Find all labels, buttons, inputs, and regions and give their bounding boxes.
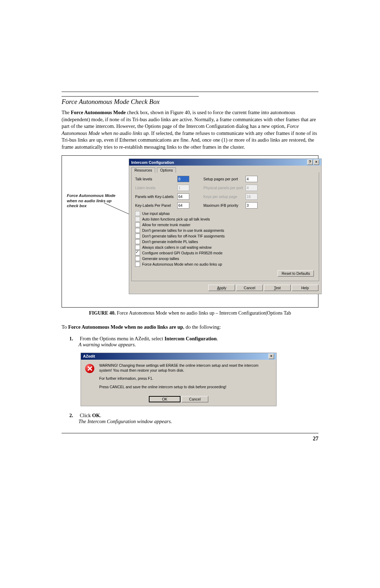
intro-paragraph: The Force Autonomous Mode check box, sho… (62, 109, 318, 150)
page-footer: 27 (62, 433, 318, 442)
listen-levels-field: 1 (177, 185, 189, 191)
cb-stack-callers[interactable] (135, 245, 140, 250)
lbl-panels-key: Panels with Key-Labels (135, 194, 177, 199)
dialog-titlebar: Intercom Configuration ? × (129, 159, 321, 166)
tab-options[interactable]: Options (157, 167, 176, 173)
close-icon[interactable]: × (268, 354, 274, 359)
help-button[interactable]: Help (292, 285, 318, 291)
apply-button[interactable]: AApplypply (208, 285, 235, 291)
warn-cancel-button[interactable]: Cancel (182, 396, 208, 402)
lbl-keylabels-panel: Key-Labels Per Panel (135, 203, 177, 208)
callout-label: Force Autonomous Mode when no audio link… (67, 193, 123, 208)
phys-panels-field: 4 (246, 185, 258, 191)
error-icon (85, 364, 94, 373)
setup-pages-field[interactable]: 4 (246, 176, 258, 182)
cb-auto-listen (135, 217, 140, 222)
ok-button[interactable]: OK (149, 396, 180, 402)
title-rule (62, 96, 199, 97)
warn-text: WARNING! Changing these settings will ER… (99, 363, 272, 393)
cb-gpi-fr9528[interactable] (135, 250, 140, 255)
cb-no-trunk-tallies[interactable] (135, 228, 140, 233)
cb-remote-trunk[interactable] (135, 222, 140, 227)
talk-levels-field[interactable]: 8 (177, 176, 189, 182)
reset-defaults-button[interactable]: Reset to Defaults (278, 270, 314, 277)
cancel-button[interactable]: Cancel (236, 285, 263, 291)
instruction-lead: To Force Autonomous Mode when no audio l… (62, 324, 318, 331)
keylabels-panel-field[interactable]: 64 (177, 202, 189, 209)
tab-resources[interactable]: Resources (131, 167, 155, 173)
keys-per-page-field: 16 (246, 193, 258, 200)
cb-no-tif-tallies[interactable] (135, 234, 140, 239)
cb-snoop-tallies[interactable] (135, 256, 140, 261)
figure-caption: FIGURE 40. Force Autonomous Mode when no… (62, 310, 318, 316)
panels-key-field[interactable]: 64 (177, 193, 189, 200)
step-2: 2. Click OK. The Intercom Configuration … (69, 413, 318, 425)
azedit-warning-dialog: AZedit × WARNING! Changing these setting… (81, 353, 277, 406)
lbl-phys-panels: Physical panels per port (203, 186, 246, 190)
dialog-title: Intercom Configuration (131, 160, 174, 165)
test-button[interactable]: TestTest (264, 285, 291, 291)
close-icon[interactable]: × (314, 160, 319, 165)
lbl-talk-levels: Talk levels (135, 177, 177, 181)
max-ifb-field[interactable]: 3 (246, 202, 258, 209)
lbl-max-ifb: Maximum IFB priority (203, 203, 246, 208)
lbl-setup-pages: Setup pages per port (203, 177, 246, 181)
header-rule (62, 92, 318, 92)
tab-strip: Resources Options (129, 166, 321, 172)
warn-title: AZedit (83, 354, 95, 358)
section-title: Force Autonomous Mode Check Box (62, 98, 318, 106)
cb-no-pl-tallies[interactable] (135, 239, 140, 244)
intercom-config-dialog: Intercom Configuration ? × Resources Opt… (129, 159, 322, 294)
cb-use-input-alphas (135, 211, 140, 216)
help-icon[interactable]: ? (307, 160, 313, 165)
step-1: 1. From the Options menu in AZedit, sele… (69, 336, 318, 348)
figure-40: Force Autonomous Mode when no audio link… (62, 155, 318, 308)
lbl-listen-levels: Listen levels (135, 186, 177, 190)
cb-force-autonomous[interactable] (135, 262, 140, 267)
lbl-keys-per-page: Keys per setup page (203, 194, 246, 199)
warn-titlebar: AZedit × (81, 353, 276, 360)
page-number: 27 (313, 435, 318, 441)
